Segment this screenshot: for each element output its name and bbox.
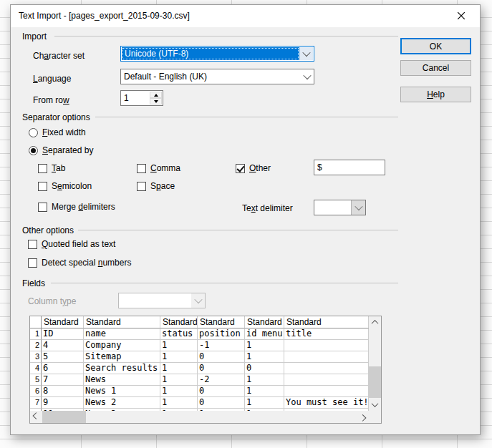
horizontal-scrollbar-thumb[interactable] — [42, 411, 86, 423]
comma-checkbox[interactable]: Comma — [137, 163, 180, 173]
detect-special-numbers-label: Detect special numbers — [42, 258, 131, 268]
close-icon — [457, 10, 466, 23]
grid-cell: 7 — [42, 374, 84, 386]
grid-cell: name — [84, 328, 160, 340]
separated-by-radio[interactable]: Separated by — [29, 145, 93, 155]
row-number: 6 — [30, 386, 42, 397]
radio-button[interactable] — [29, 128, 38, 137]
other-options-group-label: Other options — [22, 225, 74, 235]
checkbox[interactable] — [28, 240, 37, 249]
checkbox[interactable] — [28, 258, 37, 268]
grid-cell: 0 — [198, 363, 245, 374]
spreadsheet-background: Text Import - [pages_export_2015-09-30.c… — [0, 0, 492, 448]
help-button[interactable]: Help — [400, 87, 471, 102]
quoted-field-label: Quoted field as text — [42, 239, 115, 249]
grid-cell: You must see it!!! — [284, 397, 369, 409]
scroll-left-button[interactable] — [30, 411, 42, 423]
chevron-down-icon[interactable] — [351, 200, 365, 215]
close-button[interactable] — [455, 11, 467, 22]
column-type-header[interactable]: Standard — [284, 316, 369, 328]
grid-cell: 1 — [245, 386, 284, 397]
merge-delimiters-label: Merge delimiters — [52, 202, 115, 212]
checkbox[interactable] — [137, 182, 146, 191]
fixed-width-radio[interactable]: Fixed width — [29, 127, 86, 137]
checkbox[interactable] — [38, 164, 47, 173]
import-group-label: Import — [22, 31, 47, 42]
grid-corner-cell — [30, 316, 42, 328]
language-value: Default - English (UK) — [121, 69, 300, 84]
tab-checkbox[interactable]: Tab — [38, 163, 65, 173]
grid-cell: 1 — [160, 340, 198, 351]
vertical-scrollbar-thumb[interactable] — [369, 366, 381, 398]
grid-cell: 1 — [160, 374, 198, 386]
semicolon-checkbox[interactable]: Semicolon — [38, 181, 92, 191]
text-delimiter-label: Text delimiter — [242, 203, 293, 213]
grid-cell: 4 — [42, 340, 84, 351]
grid-cell: -2 — [198, 374, 245, 386]
cancel-button[interactable]: Cancel — [400, 60, 471, 76]
grid-cell: 1 — [245, 374, 284, 386]
column-type-header[interactable]: Standard — [84, 316, 160, 328]
vertical-scrollbar[interactable] — [369, 316, 381, 411]
grid-cell: 1 — [245, 340, 284, 351]
scroll-down-button[interactable] — [369, 399, 381, 411]
text-delimiter-value — [314, 200, 351, 215]
scroll-up-button[interactable] — [369, 316, 381, 328]
grid-row: 79News 2101You must see it!!! — [30, 397, 369, 409]
column-type-header[interactable]: Standard — [160, 316, 198, 328]
other-options-group-line — [78, 230, 398, 230]
spinner-down-button[interactable] — [150, 98, 162, 104]
grid-cell: -1 — [198, 340, 245, 351]
scrollbar-corner — [369, 411, 381, 423]
detect-special-numbers-checkbox[interactable]: Detect special numbers — [28, 258, 131, 268]
grid-row: 1IDnamestatuspositionid menutitle — [30, 328, 369, 340]
preview-grid[interactable]: StandardStandardStandardStandardStandard… — [29, 316, 382, 424]
dialog-titlebar[interactable]: Text Import - [pages_export_2015-09-30.c… — [11, 5, 480, 27]
tab-label: Tab — [52, 163, 65, 173]
grid-row: 35Sitemap101 — [30, 351, 369, 363]
separated-by-label: Separated by — [42, 145, 93, 155]
text-delimiter-dropdown[interactable] — [314, 200, 366, 215]
row-number: 7 — [30, 397, 42, 409]
grid-cell: Company — [84, 340, 160, 351]
grid-cell: News 1 — [84, 386, 160, 397]
checkbox[interactable] — [38, 182, 47, 191]
column-type-header[interactable]: Standard — [245, 316, 284, 328]
column-type-header[interactable]: Standard — [42, 316, 84, 328]
grid-cell: 0 — [198, 397, 245, 409]
checkbox[interactable] — [236, 164, 245, 173]
quoted-field-checkbox[interactable]: Quoted field as text — [28, 239, 115, 249]
grid-cell: status — [160, 328, 198, 340]
spinner-up-button[interactable] — [150, 92, 162, 98]
checkbox[interactable] — [137, 164, 146, 173]
grid-row: 68News 1101 — [30, 386, 369, 397]
space-checkbox[interactable]: Space — [137, 181, 175, 191]
ok-button[interactable]: OK — [400, 38, 471, 54]
grid-cell — [284, 363, 369, 374]
row-number: 4 — [30, 363, 42, 374]
merge-delimiters-checkbox[interactable]: Merge delimiters — [38, 202, 115, 212]
radio-button[interactable] — [29, 146, 38, 155]
grid-cell — [284, 340, 369, 351]
language-dropdown[interactable]: Default - English (UK) — [120, 69, 314, 84]
scroll-right-button[interactable] — [357, 411, 369, 423]
dialog-title: Text Import - [pages_export_2015-09-30.c… — [19, 5, 190, 27]
from-row-spinner[interactable]: 1 — [120, 90, 163, 106]
character-set-dropdown[interactable]: Unicode (UTF-8) — [120, 46, 314, 62]
chevron-down-icon[interactable] — [299, 47, 313, 60]
checkbox[interactable] — [38, 203, 47, 212]
other-separator-input[interactable] — [314, 160, 385, 175]
chevron-down-icon[interactable] — [300, 69, 314, 84]
grid-cell: 9 — [42, 397, 84, 409]
grid-cell: ID — [42, 328, 84, 340]
grid-cell: 1 — [160, 363, 198, 374]
grid-cell: 1 — [160, 351, 198, 363]
character-set-value: Unicode (UTF-8) — [122, 47, 299, 60]
separator-group-label: Separator options — [22, 112, 90, 122]
grid-cell: position — [198, 328, 245, 340]
horizontal-scrollbar[interactable] — [30, 411, 369, 423]
column-type-label: Column type — [28, 296, 76, 306]
other-checkbox[interactable]: Other — [236, 163, 271, 173]
row-number: 1 — [30, 328, 42, 340]
column-type-header[interactable]: Standard — [198, 316, 245, 328]
